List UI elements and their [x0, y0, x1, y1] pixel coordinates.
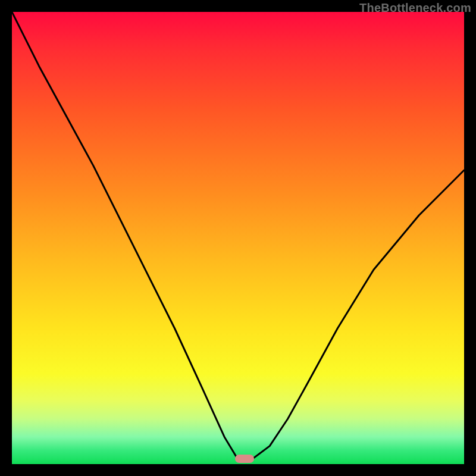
- plot-area: [12, 12, 464, 464]
- chart-frame: TheBottleneck.com: [0, 0, 476, 476]
- watermark-text: TheBottleneck.com: [359, 1, 471, 15]
- bottleneck-curve: [12, 12, 464, 464]
- bottleneck-marker: [235, 455, 254, 463]
